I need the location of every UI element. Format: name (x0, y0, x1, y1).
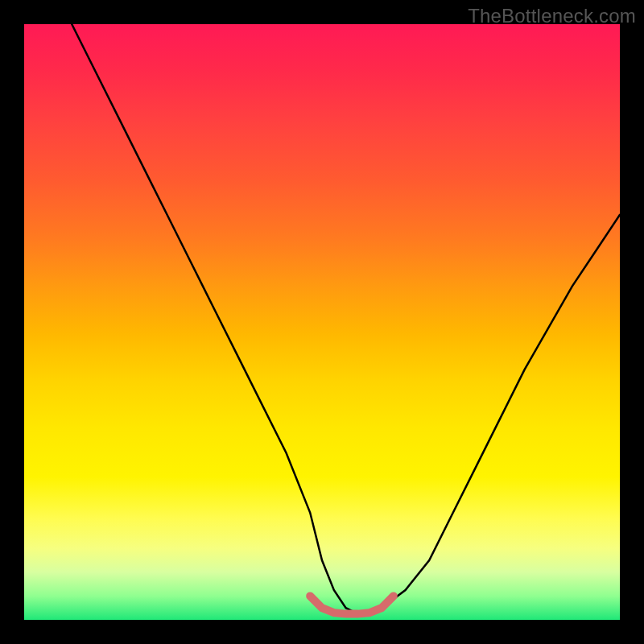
curve-layer (24, 24, 620, 620)
bottleneck-curve (72, 24, 620, 614)
plot-area (24, 24, 620, 620)
watermark-text: TheBottleneck.com (468, 5, 636, 27)
optimal-flat-segment (310, 596, 394, 613)
chart-frame: TheBottleneck.com (0, 0, 644, 644)
